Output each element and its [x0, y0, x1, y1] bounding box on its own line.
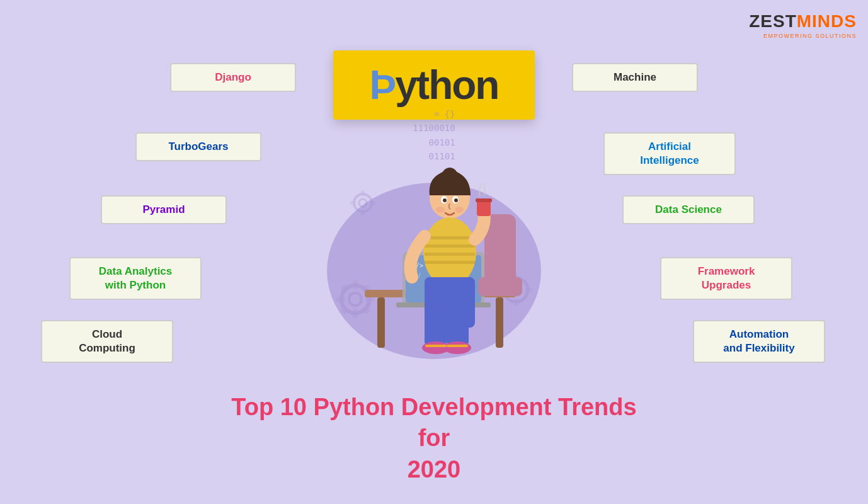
topic-turbogears: TurboGears	[135, 132, 261, 161]
svg-point-16	[354, 194, 372, 212]
svg-rect-8	[340, 306, 349, 314]
svg-rect-3	[353, 309, 358, 318]
svg-rect-41	[476, 198, 492, 202]
title-line1: Top 10 Python Development Trends for	[231, 394, 636, 451]
svg-rect-36	[425, 236, 475, 239]
title-line2: 2020	[408, 456, 461, 483]
svg-rect-19	[361, 210, 365, 215]
svg-rect-7	[362, 306, 370, 314]
svg-rect-15	[525, 288, 532, 292]
svg-rect-24	[496, 297, 503, 348]
svg-rect-18	[361, 190, 365, 196]
topic-django: Django	[170, 63, 296, 92]
topic-ai: ArtificialIntelligence	[603, 132, 736, 175]
logo-zest: ZEST	[749, 11, 797, 31]
svg-rect-2	[353, 280, 358, 289]
center-illustration: </> C:/	[302, 69, 566, 372]
title-text: Top 10 Python Development Trends for 202…	[214, 392, 654, 485]
svg-rect-31	[478, 277, 522, 296]
svg-rect-39	[425, 261, 475, 264]
logo-minds: MINDS	[797, 11, 857, 31]
svg-rect-21	[370, 201, 375, 205]
bottom-title: Top 10 Python Development Trends for 202…	[214, 392, 654, 485]
logo-tagline: EMPOWERING SOLUTIONS	[763, 33, 857, 39]
svg-rect-13	[514, 299, 518, 306]
topic-automation: Automationand Flexibility	[693, 320, 825, 363]
topic-machine: Machine	[572, 63, 698, 92]
svg-rect-6	[340, 284, 349, 293]
svg-rect-4	[336, 297, 345, 302]
svg-point-35	[423, 217, 476, 287]
topic-data-science: Data Science	[622, 195, 755, 224]
svg-point-53	[436, 207, 445, 213]
topic-cloud-computing: CloudComputing	[41, 320, 173, 363]
svg-point-46	[443, 341, 471, 354]
svg-point-50	[443, 198, 447, 202]
svg-rect-48	[447, 345, 468, 347]
svg-point-1	[349, 293, 362, 306]
svg-rect-37	[425, 244, 475, 248]
svg-rect-47	[425, 345, 447, 347]
topic-framework: FrameworkUpgrades	[660, 257, 792, 300]
svg-rect-38	[425, 253, 475, 256]
svg-rect-23	[377, 297, 385, 348]
logo-text: ZESTMINDS	[749, 11, 857, 32]
illustration-svg: </> C:/	[314, 76, 554, 365]
topic-pyramid: Pyramid	[101, 195, 227, 224]
topic-data-analytics: Data Analyticswith Python	[69, 257, 202, 300]
svg-rect-44	[447, 302, 469, 346]
svg-point-17	[359, 199, 367, 207]
svg-point-54	[455, 207, 464, 213]
svg-rect-20	[350, 201, 356, 205]
svg-point-52	[454, 198, 458, 202]
svg-rect-5	[365, 297, 374, 302]
logo: ZESTMINDS EMPOWERING SOLUTIONS	[749, 11, 857, 39]
svg-rect-43	[425, 302, 447, 346]
